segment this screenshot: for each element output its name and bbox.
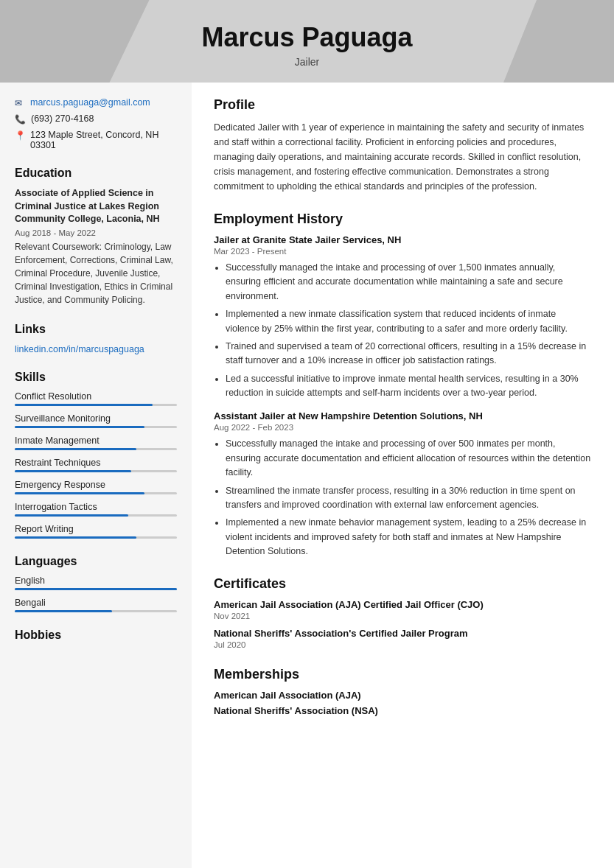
bullet-item: Implemented a new inmate classification … bbox=[226, 307, 592, 336]
education-title: Education bbox=[15, 167, 177, 180]
skill-item: Report Writing bbox=[15, 524, 177, 539]
cert-entry: American Jail Association (AJA) Certifie… bbox=[214, 599, 592, 620]
language-bar-bg bbox=[15, 588, 177, 590]
job-date: Aug 2022 - Feb 2023 bbox=[214, 423, 592, 432]
skill-label: Surveillance Monitoring bbox=[15, 413, 177, 424]
skill-item: Emergency Response bbox=[15, 480, 177, 494]
skill-bar-bg bbox=[15, 492, 177, 494]
employment-section: Employment History Jailer at Granite Sta… bbox=[214, 211, 592, 559]
skill-item: Surveillance Monitoring bbox=[15, 413, 177, 428]
links-section: Links linkedin.com/in/marcuspaguaga bbox=[15, 323, 177, 354]
job-bullets: Successfully managed the intake and proc… bbox=[214, 437, 592, 559]
skill-label: Restraint Techniques bbox=[15, 458, 177, 468]
language-item: Bengali bbox=[15, 598, 177, 612]
edu-date: Aug 2018 - May 2022 bbox=[15, 228, 177, 237]
bullet-item: Successfully managed the intake and proc… bbox=[226, 261, 592, 304]
email-item: ✉ marcus.paguaga@gmail.com bbox=[15, 97, 177, 108]
skill-bar-bg bbox=[15, 470, 177, 472]
language-label: Bengali bbox=[15, 598, 177, 608]
phone-item: 📞 (693) 270-4168 bbox=[15, 113, 177, 125]
skill-label: Emergency Response bbox=[15, 480, 177, 490]
skills-title: Skills bbox=[15, 371, 177, 384]
memberships-list: American Jail Association (AJA)National … bbox=[214, 690, 592, 716]
skill-bar-bg bbox=[15, 448, 177, 450]
skill-bar-fill bbox=[15, 536, 136, 539]
profile-section: Profile Dedicated Jailer with 1 year of … bbox=[214, 97, 592, 194]
edu-coursework: Relevant Coursework: Criminology, Law En… bbox=[15, 240, 177, 307]
bullet-item: Led a successful initiative to improve i… bbox=[226, 372, 592, 401]
certs-list: American Jail Association (AJA) Certifie… bbox=[214, 599, 592, 649]
memberships-section: Memberships American Jail Association (A… bbox=[214, 667, 592, 716]
edu-degree: Associate of Applied Science in Criminal… bbox=[15, 187, 177, 226]
email-link[interactable]: marcus.paguaga@gmail.com bbox=[30, 97, 150, 108]
language-label: English bbox=[15, 575, 177, 586]
skill-bar-bg bbox=[15, 404, 177, 406]
skill-bar-fill bbox=[15, 470, 131, 472]
skill-bar-fill bbox=[15, 404, 153, 406]
candidate-title: Jailer bbox=[15, 56, 599, 68]
certificates-section: Certificates American Jail Association (… bbox=[214, 576, 592, 649]
language-bar-bg bbox=[15, 610, 177, 612]
job-bullets: Successfully managed the intake and proc… bbox=[214, 261, 592, 400]
employment-title: Employment History bbox=[214, 211, 592, 227]
address-text: 123 Maple Street, Concord, NH 03301 bbox=[30, 130, 177, 150]
candidate-name: Marcus Paguaga bbox=[15, 22, 599, 53]
membership-item: American Jail Association (AJA) bbox=[214, 690, 592, 701]
memberships-title: Memberships bbox=[214, 667, 592, 682]
skill-bar-fill bbox=[15, 514, 128, 517]
links-title: Links bbox=[15, 323, 177, 336]
hobbies-section: Hobbies bbox=[15, 629, 177, 642]
skill-bar-fill bbox=[15, 426, 144, 428]
profile-text: Dedicated Jailer with 1 year of experien… bbox=[214, 120, 592, 194]
skill-bar-bg bbox=[15, 536, 177, 539]
bullet-item: Streamlined the inmate transfer process,… bbox=[226, 484, 592, 513]
skill-bar-fill bbox=[15, 492, 144, 494]
phone-text: (693) 270-4168 bbox=[31, 113, 94, 124]
certificates-title: Certificates bbox=[214, 576, 592, 592]
bullet-item: Implemented a new inmate behavior manage… bbox=[226, 516, 592, 559]
job-entry: Assistant Jailer at New Hampshire Detent… bbox=[214, 410, 592, 559]
skill-bar-bg bbox=[15, 426, 177, 428]
job-entry: Jailer at Granite State Jailer Services,… bbox=[214, 234, 592, 400]
skill-label: Interrogation Tactics bbox=[15, 502, 177, 512]
skill-item: Interrogation Tactics bbox=[15, 502, 177, 517]
skill-bar-fill bbox=[15, 448, 136, 450]
skill-label: Report Writing bbox=[15, 524, 177, 534]
main-content: Profile Dedicated Jailer with 1 year of … bbox=[192, 83, 614, 868]
cert-name: National Sheriffs' Association's Certifi… bbox=[214, 628, 592, 639]
linkedin-item: linkedin.com/in/marcuspaguaga bbox=[15, 343, 177, 354]
jobs-list: Jailer at Granite State Jailer Services,… bbox=[214, 234, 592, 559]
cert-entry: National Sheriffs' Association's Certifi… bbox=[214, 628, 592, 649]
cert-date: Jul 2020 bbox=[214, 640, 592, 649]
skills-section: Skills Conflict Resolution Surveillance … bbox=[15, 371, 177, 539]
address-item: 📍 123 Maple Street, Concord, NH 03301 bbox=[15, 130, 177, 150]
location-icon: 📍 bbox=[15, 130, 25, 141]
cert-name: American Jail Association (AJA) Certifie… bbox=[214, 599, 592, 610]
languages-title: Languages bbox=[15, 555, 177, 568]
bullet-item: Trained and supervised a team of 20 corr… bbox=[226, 340, 592, 368]
linkedin-link[interactable]: linkedin.com/in/marcuspaguaga bbox=[15, 344, 144, 354]
language-bar-fill bbox=[15, 588, 177, 590]
main-layout: ✉ marcus.paguaga@gmail.com 📞 (693) 270-4… bbox=[0, 83, 614, 868]
membership-item: National Sheriffs' Association (NSA) bbox=[214, 705, 592, 716]
skill-label: Inmate Management bbox=[15, 435, 177, 446]
hobbies-title: Hobbies bbox=[15, 629, 177, 642]
languages-section: Languages English Bengali bbox=[15, 555, 177, 612]
cert-date: Nov 2021 bbox=[214, 612, 592, 620]
job-title: Jailer at Granite State Jailer Services,… bbox=[214, 234, 592, 245]
phone-icon: 📞 bbox=[15, 114, 26, 125]
sidebar: ✉ marcus.paguaga@gmail.com 📞 (693) 270-4… bbox=[0, 83, 192, 868]
bullet-item: Successfully managed the intake and proc… bbox=[226, 437, 592, 480]
skill-bar-bg bbox=[15, 514, 177, 517]
skill-label: Conflict Resolution bbox=[15, 391, 177, 402]
language-bar-fill bbox=[15, 610, 112, 612]
job-title: Assistant Jailer at New Hampshire Detent… bbox=[214, 410, 592, 421]
skills-list: Conflict Resolution Surveillance Monitor… bbox=[15, 391, 177, 539]
profile-title: Profile bbox=[214, 97, 592, 113]
resume-header: Marcus Paguaga Jailer bbox=[0, 0, 614, 83]
education-section: Education Associate of Applied Science i… bbox=[15, 167, 177, 307]
job-date: Mar 2023 - Present bbox=[214, 247, 592, 256]
languages-list: English Bengali bbox=[15, 575, 177, 612]
email-icon: ✉ bbox=[15, 98, 25, 108]
skill-item: Conflict Resolution bbox=[15, 391, 177, 406]
